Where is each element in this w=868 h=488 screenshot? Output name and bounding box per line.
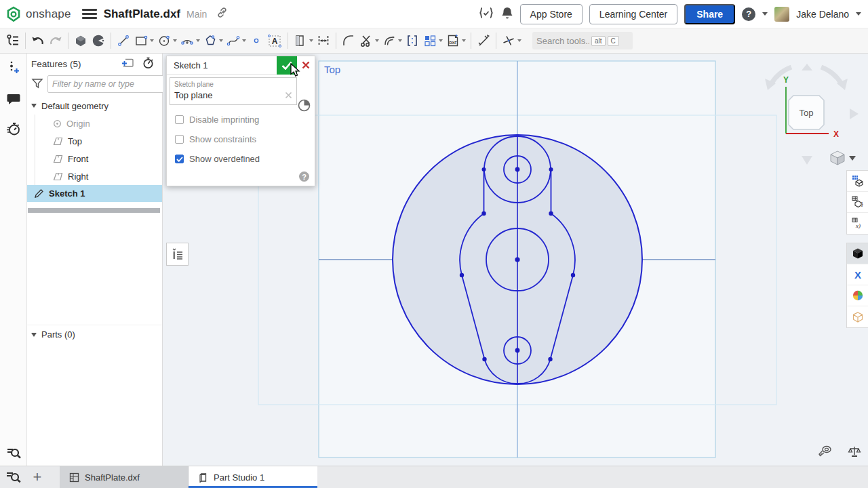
linear-pattern-tool-icon[interactable] [403,30,421,51]
tab-shaftplate-dxf[interactable]: ShaftPlate.dxf [60,466,189,488]
rectangle-tool-icon[interactable] [132,30,155,51]
constraint-tool-icon[interactable] [500,30,523,51]
checkbox-checked[interactable] [175,155,184,163]
share-button[interactable]: Share [684,4,735,24]
configurations-panel-button[interactable] [847,171,868,192]
circle-chevron-down-icon[interactable] [173,39,177,42]
avatar[interactable] [774,7,789,22]
tab-part-studio-1[interactable]: Part Studio 1 [189,466,317,488]
confirm-sketch-button[interactable] [277,56,297,75]
measure-results-icon[interactable] [818,445,833,460]
comments-button[interactable] [0,87,27,110]
sketch-plane-field[interactable]: Sketch plane Top plane [170,77,297,105]
model-view-button[interactable] [847,243,868,264]
dxf-chevron-down-icon[interactable] [462,39,466,42]
rollback-bar[interactable] [28,208,160,213]
spline-chevron-down-icon[interactable] [242,39,246,42]
variables-panel-button[interactable]: x) [847,213,868,234]
circle-tool-icon[interactable] [155,30,178,51]
insert-version-button[interactable] [0,56,27,79]
parts-section-header[interactable]: Parts (0) [27,325,162,344]
tilt-up-arrow[interactable] [802,64,812,70]
offset-tool-icon[interactable] [380,30,403,51]
render-panel-button[interactable] [847,306,868,327]
extrude-icon[interactable] [72,30,90,51]
offset-chevron-down-icon[interactable] [398,39,402,42]
constraint-chevron-down-icon[interactable] [517,39,521,42]
undo-button[interactable] [29,30,47,51]
trim-tool-icon[interactable] [357,30,380,51]
checkbox-show-constraints[interactable]: Show constraints [175,134,312,144]
group-chevron-down-icon[interactable] [31,104,37,108]
rectangle-chevron-down-icon[interactable] [150,39,154,42]
share-link-icon[interactable] [216,7,228,21]
polygon-tool-icon[interactable] [201,30,224,51]
checkbox-unchecked[interactable] [175,115,184,124]
tilt-down-arrow[interactable] [802,156,812,165]
onshape-logo[interactable]: onshape [0,6,71,22]
use-chevron-down-icon[interactable] [309,39,313,42]
pan-right-arrow[interactable] [850,108,859,119]
search-features-button[interactable] [0,441,27,464]
add-folder-icon[interactable] [121,57,134,71]
measure-tool-icon[interactable] [475,30,492,51]
tree-item-sketch1-selected[interactable]: Sketch 1 [27,185,162,202]
tree-item-right[interactable]: Right [35,167,162,185]
tree-item-front[interactable]: Front [35,150,162,167]
feature-script-icon[interactable] [478,6,494,22]
sketch-text-tool-icon[interactable]: A [265,30,284,51]
arc-tool-icon[interactable] [178,30,201,51]
cancel-sketch-button[interactable] [297,56,315,75]
history-button[interactable] [0,117,27,140]
view-menu-chevron-down-icon[interactable] [849,156,856,161]
sketch-geometry[interactable] [393,135,642,384]
arc-chevron-down-icon[interactable] [196,39,200,42]
mass-properties-icon[interactable] [848,445,861,460]
redo-button[interactable] [47,30,64,51]
pattern-grid-tool-icon[interactable] [421,30,444,51]
learning-center-button[interactable]: Learning Center [589,4,677,24]
spline-tool-icon[interactable] [224,30,248,51]
custom-tables-panel-button[interactable]: } [847,192,868,213]
dimension-tool-icon[interactable] [315,30,332,51]
default-geometry-group[interactable]: Default geometry [27,97,162,115]
line-tool-icon[interactable] [115,30,132,51]
notifications-bell-icon[interactable] [501,6,513,22]
isometric-cube-icon[interactable] [831,151,844,165]
use-project-tool-icon[interactable] [292,30,315,51]
export-x-panel-button[interactable]: X [847,264,868,285]
tree-item-top[interactable]: Top [35,132,162,150]
rollback-history-icon[interactable] [142,57,154,71]
filter-icon[interactable] [31,78,43,91]
polygon-chevron-down-icon[interactable] [219,39,223,42]
help-button[interactable]: ? [742,7,755,21]
color-wheel-panel-button[interactable] [847,285,868,306]
pattern-chevron-down-icon[interactable] [439,39,443,42]
rotate-right-arrow[interactable] [821,67,842,84]
checkbox-disable-imprinting[interactable]: Disable imprinting [175,115,312,125]
point-tool-icon[interactable] [248,30,265,51]
search-tools-box[interactable]: alt C [532,32,633,49]
revolve-icon[interactable] [90,30,107,51]
trim-chevron-down-icon[interactable] [375,39,379,42]
clear-selection-icon[interactable] [285,92,292,99]
parts-chevron-down-icon[interactable] [31,333,37,337]
help-chevron-down-icon[interactable] [762,12,768,16]
sketch-list-toggle-button[interactable] [166,243,189,266]
dialog-help-button[interactable]: ? [299,171,309,182]
feature-list-toggle-button[interactable] [4,30,22,51]
add-tab-button[interactable]: + [27,466,47,488]
tree-item-origin[interactable]: Origin [35,115,162,132]
app-store-button[interactable]: App Store [520,4,583,24]
graphics-area[interactable]: Top Y X Top Sketch 1 [163,54,868,466]
checkbox-unchecked[interactable] [175,135,184,144]
search-tools-input[interactable] [536,36,589,46]
branch-name[interactable]: Main [186,9,207,20]
filter-input[interactable] [47,75,167,93]
insert-dxf-tool-icon[interactable]: DXF [444,30,467,51]
document-menu-icon[interactable] [82,7,97,22]
fillet-tool-icon[interactable] [340,30,357,51]
user-chevron-down-icon[interactable] [856,12,861,16]
checkbox-show-overdefined[interactable]: Show overdefined [175,154,312,164]
search-tabs-button[interactable] [0,466,27,488]
